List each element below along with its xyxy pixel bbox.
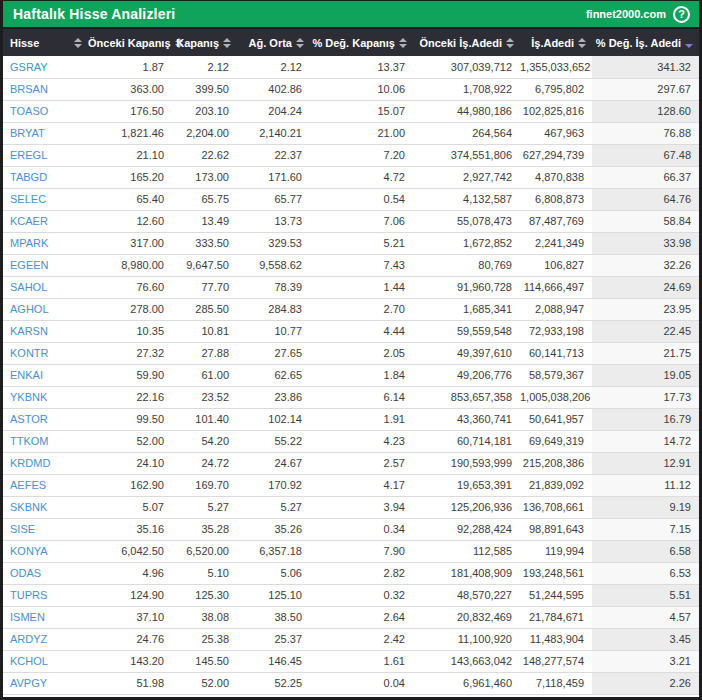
value-cell: 60,714,181 [413,430,520,452]
ticker-link[interactable]: ISMEN [3,606,88,628]
col-header-pct-deg-kapanis[interactable]: % Değ. Kapanış [310,29,413,56]
value-cell: 60,141,713 [520,342,592,364]
value-cell: 125,206,936 [413,496,520,518]
ticker-link[interactable]: TOASO [3,100,88,122]
column-header-row: Hisse Önceki Kapanış Kapanış Ağ. Orta % … [3,29,699,56]
col-header-hisse[interactable]: Hisse [3,29,88,56]
value-cell: 35.16 [88,518,172,540]
value-cell: 124.90 [88,584,172,606]
col-header-is-adedi[interactable]: İş.Adedi [520,29,592,56]
ticker-link[interactable]: TTKOM [3,430,88,452]
value-cell: 2,927,742 [413,166,520,188]
value-cell: 87,487,769 [520,210,592,232]
value-cell: 3.94 [310,496,413,518]
ticker-link[interactable]: YKBNK [3,386,88,408]
ticker-link[interactable]: MPARK [3,232,88,254]
ticker-link[interactable]: EREGL [3,144,88,166]
col-header-onceki-is-adedi[interactable]: Önceki İş.Adedi [413,29,520,56]
col-header-label: % Değ. İş. Adedi [596,37,681,49]
value-cell: 5.27 [237,496,310,518]
value-cell: 62.65 [237,364,310,386]
value-cell: 9,558.62 [237,254,310,276]
value-cell: 15.07 [310,100,413,122]
ticker-link[interactable]: KCHOL [3,650,88,672]
sort-icon [685,44,693,48]
value-cell: 76.60 [88,276,172,298]
value-cell: 6,961,460 [413,672,520,694]
ticker-link[interactable]: TABGD [3,166,88,188]
ticker-link[interactable]: GSRAY [3,56,88,78]
value-cell: 1.84 [310,364,413,386]
table-row: BRYAT1,821.462,204.002,140.2121.00264,56… [3,122,699,144]
value-cell: 22.62 [172,144,237,166]
col-header-pct-deg-is-adedi[interactable]: % Değ. İş. Adedi [592,29,699,56]
ticker-link[interactable]: SAHOL [3,276,88,298]
col-header-label: İş.Adedi [531,37,574,49]
ticker-link[interactable]: SISE [3,518,88,540]
pct-change-volume-cell: 66.37 [592,166,699,188]
col-header-ag-orta[interactable]: Ağ. Orta [237,29,310,56]
col-header-kapanis[interactable]: Kapanış [172,29,237,56]
value-cell: 12.60 [88,210,172,232]
value-cell: 35.28 [172,518,237,540]
ticker-link[interactable]: AVPGY [3,672,88,694]
ticker-link[interactable]: ODAS [3,562,88,584]
table-row: AEFES162.90169.70170.924.1719,653,39121,… [3,474,699,496]
sort-icon [223,38,231,48]
ticker-link[interactable]: ASTOR [3,408,88,430]
value-cell: 2.12 [172,56,237,78]
value-cell: 91,960,728 [413,276,520,298]
ticker-link[interactable]: EGEEN [3,254,88,276]
value-cell: 627,294,739 [520,144,592,166]
value-cell: 1,685,341 [413,298,520,320]
ticker-link[interactable]: SELEC [3,188,88,210]
table-row: SISE35.1635.2835.260.3492,288,42498,891,… [3,518,699,540]
ticker-link[interactable]: SKBNK [3,496,88,518]
value-cell: 51,244,595 [520,584,592,606]
value-cell: 24.67 [237,452,310,474]
help-button[interactable]: ? [673,6,690,23]
value-cell: 24.72 [172,452,237,474]
ticker-link[interactable]: BRSAN [3,78,88,100]
ticker-link[interactable]: KRDMD [3,452,88,474]
ticker-link[interactable]: ARDYZ [3,628,88,650]
ticker-link[interactable]: KONYA [3,540,88,562]
value-cell: 65.75 [172,188,237,210]
pct-change-volume-cell: 16.79 [592,408,699,430]
ticker-link[interactable]: KONTR [3,342,88,364]
pct-change-volume-cell: 22.45 [592,320,699,342]
value-cell: 176.50 [88,100,172,122]
table-row: TABGD165.20173.00171.604.722,927,7424,87… [3,166,699,188]
table-row: KONTR27.3227.8827.652.0549,397,61060,141… [3,342,699,364]
sort-icon [74,38,82,48]
value-cell: 169.70 [172,474,237,496]
value-cell: 2,088,947 [520,298,592,320]
value-cell: 77.70 [172,276,237,298]
value-cell: 203.10 [172,100,237,122]
question-mark-icon: ? [678,9,685,20]
value-cell: 2,204.00 [172,122,237,144]
ticker-link[interactable]: AGHOL [3,298,88,320]
value-cell: 1.44 [310,276,413,298]
value-cell: 363.00 [88,78,172,100]
value-cell: 6,357.18 [237,540,310,562]
ticker-link[interactable]: ENKAI [3,364,88,386]
value-cell: 59,559,548 [413,320,520,342]
value-cell: 125.30 [172,584,237,606]
col-header-label: Önceki Kapanış [88,37,171,49]
value-cell: 285.50 [172,298,237,320]
value-cell: 6,795,802 [520,78,592,100]
value-cell: 65.40 [88,188,172,210]
ticker-link[interactable]: AEFES [3,474,88,496]
col-header-onceki-kapanis[interactable]: Önceki Kapanış [88,29,172,56]
pct-change-volume-cell: 32.26 [592,254,699,276]
value-cell: 5.21 [310,232,413,254]
ticker-link[interactable]: KARSN [3,320,88,342]
sort-icon [578,38,586,48]
ticker-link[interactable]: KCAER [3,210,88,232]
value-cell: 38.50 [237,606,310,628]
value-cell: 61.00 [172,364,237,386]
ticker-link[interactable]: BRYAT [3,122,88,144]
ticker-link[interactable]: TUPRS [3,584,88,606]
value-cell: 119,994 [520,540,592,562]
